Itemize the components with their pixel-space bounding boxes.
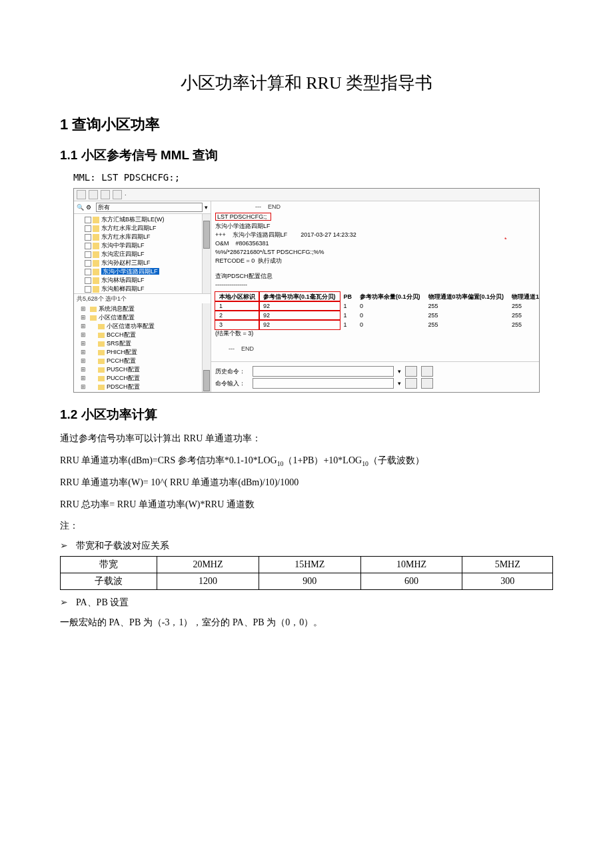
table-cell: 1200 (157, 573, 259, 590)
folder-icon (98, 324, 105, 329)
mml-output: --- END LST PDSCHCFG:; 东沟小学连路四期LF +++ 东沟… (211, 201, 540, 361)
config-tree-item[interactable]: BCCH配置 (78, 331, 211, 339)
bullet-arrow-icon: ➢ (60, 597, 68, 608)
out-cell: 1 (215, 301, 259, 311)
config-tree-item[interactable]: PHICH配置 (78, 348, 211, 357)
config-tree-item[interactable]: SRS配置 (78, 339, 211, 348)
config-label: 修改PDSCH配置信息(MOD PDSCHCFG) (115, 392, 211, 393)
config-tree-item[interactable]: PDSCH配置 (78, 383, 211, 391)
ne-tree-item[interactable]: 东沟孙赵村三期LF (74, 259, 211, 267)
bullet-papb-label: PA、PB 设置 (76, 597, 129, 609)
table-cell: 带宽 (61, 557, 157, 573)
table-row: 39210255255255 (215, 320, 540, 329)
config-tree-item[interactable]: 系统消息配置 (78, 305, 211, 313)
para-formula-w: RRU 单通道功率(W)= 10^( RRU 单通道功率(dBm)/10)/10… (60, 475, 553, 490)
command-input-area: 历史命令： ▾ 命令输入： ▾ (211, 361, 540, 393)
folder-icon (98, 333, 105, 338)
ne-icon (93, 243, 99, 249)
config-label: PUSCH配置 (107, 366, 140, 373)
table-row: 19210255255255 (215, 301, 540, 311)
tb-icon[interactable] (101, 190, 110, 199)
bullet-papb: ➢ PA、PB 设置 (60, 597, 553, 609)
ss-left-panel: 🔍 ⚙ 所有 ▾ 东方汇城B栋三期LE(W)东方红水库北四期LF东方红水库四期L… (74, 201, 211, 393)
ne-label: 东沟宏庄四期LF (101, 251, 145, 257)
output-end2: --- END (215, 345, 540, 353)
folder-icon (98, 350, 105, 355)
dropdown-icon[interactable]: ▾ (205, 204, 208, 211)
ne-tree-item[interactable]: 东沟小学连路四期LF (74, 267, 211, 276)
history-btn[interactable] (405, 366, 417, 377)
history-select[interactable] (253, 366, 394, 377)
config-tree-item[interactable]: 小区信道功率配置 (78, 322, 211, 331)
out-cell: 255 (508, 301, 540, 311)
ne-tree-item[interactable]: 东方红水库北四期LF (74, 224, 211, 233)
config-tree-item[interactable]: 小区信道配置 (78, 313, 211, 322)
scrollbar[interactable] (202, 214, 211, 293)
ne-tree-item[interactable]: 东沟林场四期LF (74, 276, 211, 285)
dropdown-icon[interactable]: ▾ (398, 380, 401, 387)
table-row: 带宽 20MHZ 15HMZ 10MHZ 5MHZ (61, 557, 553, 573)
config-tree-item[interactable]: 修改PDSCH配置信息(MOD PDSCHCFG) (78, 391, 211, 393)
ne-tree-item[interactable]: 东方红水库四期LF (74, 233, 211, 241)
output-count: (结果个数 = 3) (215, 329, 540, 338)
ne-label: 东方红水库北四期LF (101, 225, 157, 231)
ne-icon (93, 277, 99, 284)
ne-tree-item[interactable]: 东沟中学四期LF (74, 241, 211, 250)
output-mml-echo: %%/*286721680*/LST PDSCHCFG:;%% (215, 248, 540, 257)
ne-tree-item[interactable]: 东沟宏庄四期LF (74, 250, 211, 259)
table-cell: 900 (259, 573, 360, 590)
para-formula-dbm: RRU 单通道功率(dBm)=CRS 参考信功率*0.1-10*LOG10（1+… (60, 453, 553, 469)
para-papb: 一般宏站的 PA、PB 为（-3，1），室分的 PA、PB 为（0，0）。 (60, 615, 553, 630)
out-cell: 1 (340, 301, 356, 311)
heading-1: 1 查询小区功率 (60, 115, 553, 135)
exec-btn[interactable] (405, 378, 417, 389)
ss-right-panel: --- END LST PDSCHCFG:; 东沟小学连路四期LF +++ 东沟… (211, 201, 540, 393)
search-icon[interactable]: 🔍 (77, 204, 84, 211)
out-col: 本地小区标识 (215, 292, 259, 301)
para-formula-total: RRU 总功率= RRU 单通道功率(W)*RRU 通道数 (60, 497, 553, 512)
out-col: 参考功率余量(0.1分贝) (356, 292, 424, 301)
tb-icon[interactable] (77, 190, 86, 199)
table-cell: 300 (462, 573, 553, 590)
assist-btn[interactable] (421, 378, 433, 389)
table-cell: 5MHZ (462, 557, 553, 573)
config-tree-item[interactable]: PUSCH配置 (78, 365, 211, 374)
config-tree[interactable]: 系统消息配置小区信道配置小区信道功率配置BCCH配置SRS配置PHICH配置PC… (74, 303, 211, 393)
ne-tree-item[interactable]: 东方汇城B栋三期LE(W) (74, 215, 211, 224)
tb-sep: · (125, 191, 127, 198)
config-tree-item[interactable]: PCCH配置 (78, 357, 211, 365)
config-tree-item[interactable]: PUCCH配置 (78, 374, 211, 383)
heading-1-2: 1.2 小区功率计算 (60, 406, 553, 423)
table-row: 29210255255255 (215, 311, 540, 320)
mml-screenshot: · 🔍 ⚙ 所有 ▾ 东方汇城B栋三期LE(W)东方红水库北四期LF东方红水库四… (73, 188, 540, 393)
history-btn[interactable] (421, 366, 433, 377)
filter-icon[interactable]: ⚙ (86, 204, 91, 211)
ne-label: 东沟船榔四期LF (101, 285, 145, 292)
filter-select[interactable]: 所有 (96, 203, 203, 212)
red-marker: * (504, 236, 507, 243)
para-note: 注： (60, 519, 553, 533)
ne-tree[interactable]: 东方汇城B栋三期LE(W)东方红水库北四期LF东方红水库四期LF东沟中学四期LF… (74, 214, 211, 294)
dropdown-icon[interactable]: ▾ (398, 368, 401, 375)
out-cell: 255 (424, 301, 508, 311)
bullet-arrow-icon: ➢ (60, 540, 68, 551)
tb-icon[interactable] (89, 190, 98, 199)
table-cell: 600 (360, 573, 462, 590)
ne-tree-item[interactable]: 东沟石巷四期LF (74, 293, 211, 294)
ne-icon (93, 260, 99, 267)
out-cell: 0 (356, 320, 424, 329)
tb-icon[interactable] (113, 190, 122, 199)
ne-icon (93, 217, 99, 223)
folder-icon (90, 315, 97, 321)
command-input[interactable] (253, 378, 394, 389)
scrollbar[interactable] (202, 303, 211, 393)
ne-tree-footer: 共5,628个 选中1个 (74, 294, 211, 303)
out-cell: 255 (508, 311, 540, 320)
out-col: 参考信号功率(0.1毫瓦分贝) (259, 292, 340, 301)
ne-icon (93, 225, 99, 232)
config-label: 小区信道配置 (99, 314, 135, 321)
ne-icon (93, 251, 99, 258)
out-cell: 92 (259, 301, 340, 311)
out-cell: 92 (259, 320, 340, 329)
ne-tree-item[interactable]: 东沟船榔四期LF (74, 285, 211, 293)
